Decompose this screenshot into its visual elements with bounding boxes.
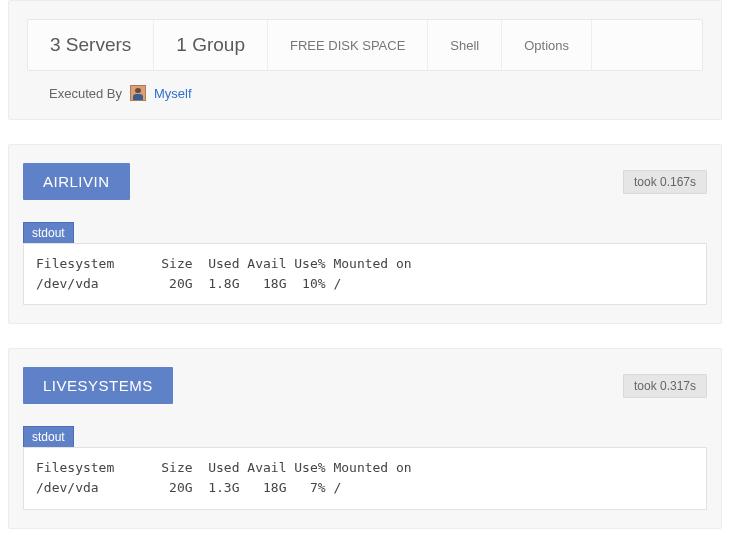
stream-label: stdout bbox=[23, 222, 74, 243]
group-count[interactable]: 1 Group bbox=[154, 20, 268, 70]
shell-tab[interactable]: Shell bbox=[428, 20, 502, 70]
output-box[interactable]: Filesystem Size Used Avail Use% Mounted … bbox=[23, 447, 707, 509]
servers-count[interactable]: 3 Servers bbox=[28, 20, 154, 70]
result-header: LIVESYSTEMS took 0.317s bbox=[23, 367, 707, 404]
command-label[interactable]: FREE DISK SPACE bbox=[268, 20, 428, 70]
executed-by-user-link[interactable]: Myself bbox=[154, 86, 192, 101]
result-panel: LIVESYSTEMS took 0.317s stdout Filesyste… bbox=[8, 348, 722, 528]
result-panel: AIRLIVIN took 0.167s stdout Filesystem S… bbox=[8, 144, 722, 324]
duration-badge: took 0.167s bbox=[623, 170, 707, 194]
summary-header-row: 3 Servers 1 Group FREE DISK SPACE Shell … bbox=[27, 19, 703, 71]
server-name-badge[interactable]: LIVESYSTEMS bbox=[23, 367, 173, 404]
executed-by-label: Executed By bbox=[49, 86, 122, 101]
result-header: AIRLIVIN took 0.167s bbox=[23, 163, 707, 200]
page-root: 3 Servers 1 Group FREE DISK SPACE Shell … bbox=[0, 0, 730, 529]
header-spacer bbox=[592, 20, 702, 70]
avatar-icon bbox=[130, 85, 146, 101]
options-tab[interactable]: Options bbox=[502, 20, 592, 70]
executed-by-row: Executed By Myself bbox=[27, 85, 703, 101]
output-box[interactable]: Filesystem Size Used Avail Use% Mounted … bbox=[23, 243, 707, 305]
server-name-badge[interactable]: AIRLIVIN bbox=[23, 163, 130, 200]
duration-badge: took 0.317s bbox=[623, 374, 707, 398]
stream-label: stdout bbox=[23, 426, 74, 447]
summary-card: 3 Servers 1 Group FREE DISK SPACE Shell … bbox=[8, 0, 722, 120]
